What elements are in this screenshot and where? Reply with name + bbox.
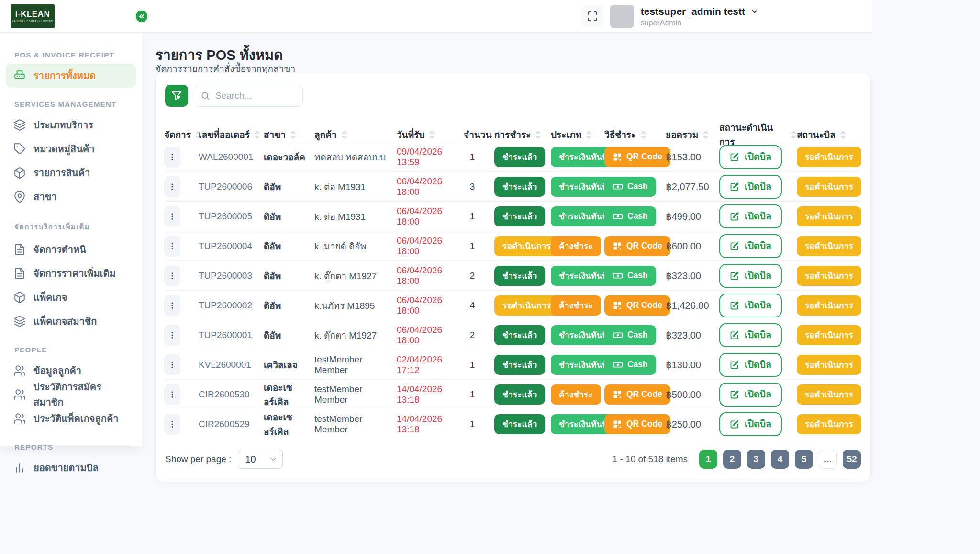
page-button[interactable]: 4 (771, 450, 789, 469)
column-header[interactable]: วันที่รับ (397, 127, 464, 142)
column-header-label: ยอดรวม (666, 127, 698, 142)
sidebar-item[interactable]: ประเภทบริการ (6, 113, 136, 137)
open-bill-button[interactable]: เปิดบิล (719, 383, 782, 407)
column-header[interactable]: ลูกค้า (314, 127, 397, 142)
per-page-select[interactable]: 10 (238, 450, 283, 469)
sidebar-item[interactable]: สาขา (6, 185, 136, 209)
sidebar-item-label: สาขา (33, 189, 56, 204)
fullscreen-button[interactable] (581, 5, 603, 27)
sidebar-collapse-button[interactable] (134, 9, 149, 23)
row-actions-button[interactable] (164, 265, 180, 286)
page-button[interactable]: 1 (699, 450, 717, 469)
open-bill-button[interactable]: เปิดบิล (719, 175, 782, 199)
sort-icon[interactable] (586, 130, 592, 140)
column-header[interactable]: จำนวน (464, 127, 494, 142)
row-actions-button[interactable] (164, 206, 180, 227)
column-header[interactable]: วิธีชำระ (604, 127, 666, 142)
open-bill-button[interactable]: เปิดบิล (719, 145, 782, 169)
page-button[interactable]: 2 (723, 450, 741, 469)
received-date: 06/04/2026 18:00 (397, 236, 464, 257)
row-actions-button[interactable] (164, 147, 180, 168)
column-header[interactable]: เลขที่ออเดอร์ (199, 127, 264, 142)
kebab-menu-icon (168, 301, 177, 310)
cash-icon (612, 360, 623, 370)
row-actions-button[interactable] (164, 236, 180, 257)
open-bill-button[interactable]: เปิดบิล (719, 323, 782, 347)
sort-icon[interactable] (791, 130, 797, 140)
sort-icon[interactable] (254, 130, 260, 140)
bill-status-badge: รอดำเนินการ (797, 325, 861, 345)
sidebar-item[interactable]: รายการทั้งหมด (6, 64, 136, 88)
column-header[interactable]: จัดการ (164, 127, 199, 142)
row-actions-button[interactable] (164, 384, 180, 405)
sort-icon[interactable] (429, 130, 435, 140)
sort-icon[interactable] (840, 130, 846, 140)
cash-icon (612, 181, 623, 192)
customer-name: ทดสอบ ทดสอบบบ (314, 150, 397, 164)
box-icon (13, 291, 26, 304)
column-header-label: สถานะบิล (797, 127, 835, 142)
chevron-down-icon (269, 455, 278, 464)
edit-icon (730, 360, 739, 370)
search-input[interactable] (195, 85, 303, 107)
sidebar-item[interactable]: ประวัติการสมัครสมาชิก (6, 383, 136, 407)
column-header[interactable]: ประเภท (551, 127, 604, 142)
sidebar-item[interactable]: จัดการราคาเพิ่มเติม (6, 261, 136, 285)
fullscreen-icon (587, 11, 598, 22)
open-bill-button[interactable]: เปิดบิล (719, 294, 782, 317)
sidebar-item-label: รายการสินค้า (33, 165, 90, 181)
row-actions-button[interactable] (164, 325, 180, 346)
column-header[interactable]: สาขา (264, 127, 314, 142)
received-date: 14/04/2026 13:18 (397, 414, 464, 435)
column-header[interactable]: สถานะบิล (797, 127, 859, 142)
row-actions-button[interactable] (164, 354, 180, 375)
open-bill-button[interactable]: เปิดบิล (719, 234, 782, 258)
row-actions-button[interactable] (164, 414, 180, 435)
page-button[interactable]: 5 (795, 450, 813, 469)
user-menu[interactable]: testsuper_admin testt superAdmin (641, 6, 759, 27)
quantity: 1 (464, 360, 494, 370)
table-row: TUP2600006 ดิอัพ k. ต่อ M1931 06/04/2026… (164, 172, 862, 202)
layers-icon (13, 315, 26, 328)
column-header[interactable]: ยอดรวม (666, 127, 719, 142)
order-number: TUP2600003 (199, 271, 264, 281)
sidebar-item[interactable]: จัดการตำหนิ (6, 237, 136, 261)
open-bill-button[interactable]: เปิดบิล (719, 264, 782, 288)
sidebar-item[interactable]: ยอดขายตามบิล (6, 456, 136, 480)
orders-table: จัดการเลขที่ออเดอร์สาขาลูกค้าวันที่รับจำ… (164, 120, 862, 439)
row-actions-button[interactable] (164, 295, 180, 316)
sidebar-item[interactable]: รายการสินค้า (6, 161, 136, 185)
filter-button[interactable] (165, 85, 188, 107)
column-header-label: การชำระ (494, 127, 531, 142)
bill-status-badge: รอดำเนินการ (797, 355, 861, 375)
sort-icon[interactable] (341, 130, 347, 140)
total-amount: ฿323.00 (666, 329, 719, 341)
column-header[interactable]: การชำระ (494, 127, 551, 142)
sort-icon[interactable] (535, 130, 541, 140)
sidebar-item[interactable]: แพ็คเกจสมาชิก (6, 309, 136, 333)
sidebar-item[interactable]: ประวัติแพ็คเกจลูกค้า (6, 407, 136, 430)
sort-icon[interactable] (702, 130, 709, 140)
customer-name: testMember Member (314, 414, 397, 435)
sort-icon[interactable] (290, 130, 296, 140)
payment-status-badge: ชำระแล้ว (494, 414, 545, 434)
order-number: TUP2600005 (199, 211, 264, 222)
column-header-label: ลูกค้า (314, 127, 337, 142)
sidebar-item[interactable]: ยอดการรับเงิน (6, 480, 136, 485)
open-bill-label: เปิดบิล (745, 209, 771, 224)
sort-icon[interactable] (640, 130, 646, 140)
pagination-ellipsis[interactable]: ... (819, 450, 837, 469)
sidebar-item[interactable]: แพ็คเกจ (6, 285, 136, 309)
page-button[interactable]: 3 (747, 450, 765, 469)
total-amount: ฿153.00 (666, 151, 719, 163)
open-bill-button[interactable]: เปิดบิล (719, 412, 782, 436)
open-bill-button[interactable]: เปิดบิล (719, 353, 782, 377)
row-actions-button[interactable] (164, 176, 180, 197)
open-bill-button[interactable]: เปิดบิล (719, 204, 782, 228)
page-button[interactable]: 52 (843, 450, 861, 469)
edit-icon (730, 390, 739, 399)
bill-status-badge: รอดำเนินการ (797, 147, 861, 167)
sidebar-item[interactable]: หมวดหมู่สินค้า (6, 137, 136, 161)
received-date: 06/04/2026 18:00 (397, 295, 464, 316)
avatar[interactable] (610, 5, 634, 28)
